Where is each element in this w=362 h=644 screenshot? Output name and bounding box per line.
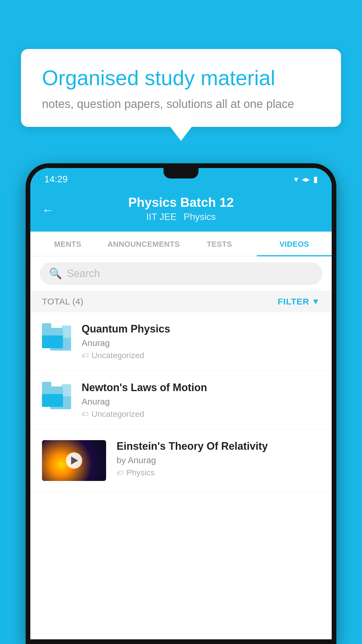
play-button[interactable] xyxy=(66,452,82,469)
video-title: Quantum Physics xyxy=(82,323,320,335)
header-iitjee: IIT JEE xyxy=(146,211,177,222)
content-list: Quantum Physics Anurag 🏷 Uncategorized xyxy=(30,312,332,639)
speech-bubble: Organised study material notes, question… xyxy=(21,49,341,127)
filter-button[interactable]: FILTER ▼ xyxy=(278,297,320,307)
search-bar[interactable]: 🔍 Search xyxy=(40,262,322,285)
tag-icon: 🏷 xyxy=(82,351,89,360)
tab-ments[interactable]: MENTS xyxy=(30,232,105,256)
list-item[interactable]: Einstein's Theory Of Relativity by Anura… xyxy=(30,430,332,492)
battery-icon: ▮ xyxy=(313,174,318,184)
video-item-info: Quantum Physics Anurag 🏷 Uncategorized xyxy=(82,323,320,360)
signal-icon: ◂▸ xyxy=(302,174,310,184)
header-subtitle: IIT JEE Physics xyxy=(146,211,216,222)
folder-icon xyxy=(42,323,71,352)
wifi-icon: ▾ xyxy=(294,174,298,184)
video-item-info: Newton's Laws of Motion Anurag 🏷 Uncateg… xyxy=(82,382,320,419)
play-icon xyxy=(71,456,78,465)
tag-icon: 🏷 xyxy=(82,410,89,418)
back-button[interactable]: ← xyxy=(42,203,54,216)
tab-videos[interactable]: VIDEOS xyxy=(257,232,332,256)
video-author: by Anurag xyxy=(117,455,320,465)
thumb-bg xyxy=(42,440,106,481)
search-input[interactable]: Search xyxy=(67,267,100,280)
status-icons: ▾ ◂▸ ▮ xyxy=(294,174,318,184)
tab-tests[interactable]: TESTS xyxy=(182,232,257,256)
bubble-subtitle: notes, question papers, solutions all at… xyxy=(42,97,320,111)
video-tag: 🏷 Uncategorized xyxy=(82,351,320,360)
folder-icon xyxy=(42,382,71,411)
bubble-title: Organised study material xyxy=(42,65,320,90)
search-bar-wrap: 🔍 Search xyxy=(30,256,332,291)
total-count: TOTAL (4) xyxy=(42,297,83,307)
video-title: Einstein's Theory Of Relativity xyxy=(117,440,320,452)
video-title: Newton's Laws of Motion xyxy=(82,382,320,394)
search-icon: 🔍 xyxy=(49,267,62,280)
video-author: Anurag xyxy=(82,397,320,407)
header-physics: Physics xyxy=(184,211,216,222)
phone-notch xyxy=(164,168,198,178)
video-author: Anurag xyxy=(82,338,320,348)
list-item[interactable]: Newton's Laws of Motion Anurag 🏷 Uncateg… xyxy=(30,371,332,430)
filter-bar: TOTAL (4) FILTER ▼ xyxy=(30,291,332,312)
phone-screen: 14:29 ▾ ◂▸ ▮ ← Physics Batch 12 IIT JEE … xyxy=(30,168,332,639)
list-item[interactable]: Quantum Physics Anurag 🏷 Uncategorized xyxy=(30,312,332,371)
video-item-info: Einstein's Theory Of Relativity by Anura… xyxy=(117,440,320,477)
header-title: Physics Batch 12 xyxy=(128,195,234,210)
tab-bar: MENTS ANNOUNCEMENTS TESTS VIDEOS xyxy=(30,232,332,256)
video-tag: 🏷 Physics xyxy=(117,468,320,477)
app-header: ← Physics Batch 12 IIT JEE Physics xyxy=(30,188,332,232)
filter-icon: ▼ xyxy=(312,297,320,306)
tab-announcements[interactable]: ANNOUNCEMENTS xyxy=(105,232,182,256)
phone-frame: 14:29 ▾ ◂▸ ▮ ← Physics Batch 12 IIT JEE … xyxy=(26,163,336,644)
tag-icon: 🏷 xyxy=(117,469,124,477)
video-thumbnail xyxy=(42,440,106,481)
status-time: 14:29 xyxy=(44,174,68,185)
video-tag: 🏷 Uncategorized xyxy=(82,410,320,419)
